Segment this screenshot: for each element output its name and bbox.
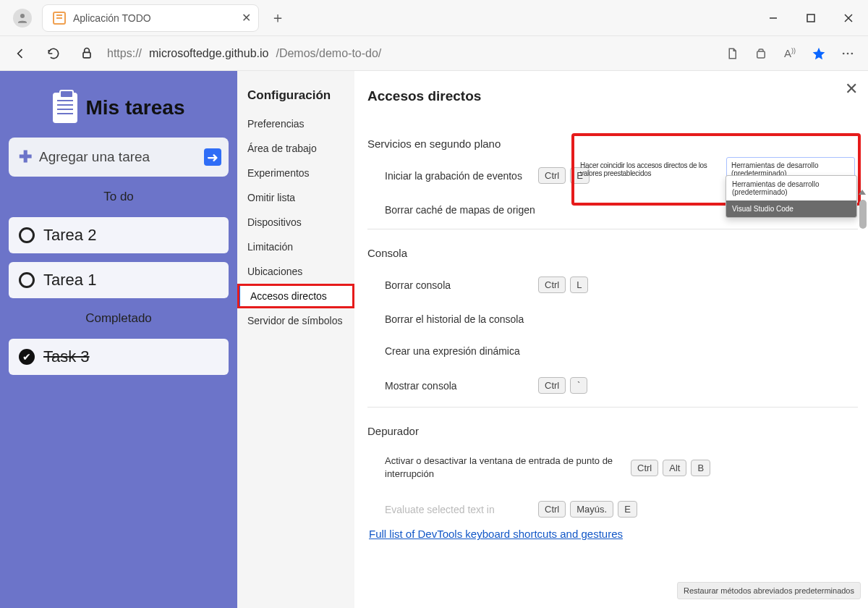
todo-header: Mis tareas xyxy=(9,80,229,129)
preset-dropdown[interactable]: Herramientas de desarrollo (predetermina… xyxy=(726,157,855,182)
key-badge: Ctrl xyxy=(631,460,658,476)
match-presets-row: Hacer coincidir los accesos directos de … xyxy=(571,133,861,206)
key-badge: Ctrl xyxy=(538,167,566,184)
task-label: Tarea 1 xyxy=(43,271,96,290)
task-label: Tarea 2 xyxy=(43,226,96,245)
read-aloud-icon[interactable]: A)) xyxy=(777,41,803,67)
todo-app-panel: Mis tareas ✚ Agregar una tarea ➜ To do T… xyxy=(0,71,237,608)
check-icon[interactable]: ✔ xyxy=(19,349,35,365)
settings-nav-item[interactable]: Servidor de símbolos xyxy=(237,308,354,333)
url-scheme: https:// xyxy=(107,47,142,60)
shortcut-row[interactable]: Crear una expresión dinámica xyxy=(367,335,858,367)
key-badge: Ctrl xyxy=(538,501,566,518)
shortcut-label: Mostrar consola xyxy=(385,380,538,392)
shortcuts-title: Accesos directos xyxy=(367,88,858,104)
shortcut-label: Borrar el historial de la consola xyxy=(385,313,538,325)
shortcut-row[interactable]: Evaluate selected text inCtrlMayús.E xyxy=(367,491,858,528)
key-badge: Ctrl xyxy=(538,377,566,394)
todo-section-label: To do xyxy=(9,185,229,208)
shortcut-group-title: Consola xyxy=(367,247,858,259)
restore-defaults-button[interactable]: Restaurar métodos abreviados predetermin… xyxy=(677,582,861,599)
url-display[interactable]: https://microsoftedge.github.io/Demos/de… xyxy=(107,47,712,60)
completed-section-label: Completado xyxy=(9,307,229,330)
settings-nav-item[interactable]: Experimentos xyxy=(237,161,354,185)
shortcut-keys: CtrlMayús.E xyxy=(538,501,637,518)
shortcut-row[interactable]: Mostrar consolaCtrl` xyxy=(367,367,858,404)
shortcut-group-title: Depurador xyxy=(367,425,858,437)
settings-nav-item[interactable]: Área de trabajo xyxy=(237,136,354,161)
shortcut-label: Activar o desactivar la ventana de entra… xyxy=(385,455,631,481)
plus-icon: ✚ xyxy=(19,148,32,166)
new-tab-button[interactable]: ＋ xyxy=(265,5,291,31)
shortcut-keys: CtrlL xyxy=(538,276,588,293)
scroll-thumb[interactable] xyxy=(859,200,867,229)
key-badge: Ctrl xyxy=(538,276,566,293)
full-list-link[interactable]: Full list of DevTools keyboard shortcuts… xyxy=(369,528,623,540)
tab-title: Aplicación TODO xyxy=(73,12,151,24)
key-badge: L xyxy=(570,276,588,293)
shortcut-label: Iniciar la grabación de eventos xyxy=(385,170,538,182)
key-badge: ` xyxy=(570,377,587,394)
url-host: microsoftedge.github.io xyxy=(149,47,268,60)
browser-titlebar: Aplicación TODO ✕ ＋ xyxy=(0,0,868,36)
shortcuts-pane: ✕ Accesos directos Hacer coincidir los a… xyxy=(354,71,868,608)
dropdown-option[interactable]: Herramientas de desarrollo (predetermina… xyxy=(726,176,856,200)
settings-nav-item[interactable]: Ubicaciones xyxy=(237,259,354,284)
radio-icon[interactable] xyxy=(19,227,35,243)
submit-task-button[interactable]: ➜ xyxy=(204,148,221,166)
svg-point-8 xyxy=(847,52,849,54)
scrollbar[interactable] xyxy=(858,152,868,594)
browser-tab[interactable]: Aplicación TODO ✕ xyxy=(42,4,259,32)
svg-rect-5 xyxy=(83,52,90,58)
browser-address-bar: https://microsoftedge.github.io/Demos/de… xyxy=(0,36,868,71)
add-task-input[interactable]: ✚ Agregar una tarea ➜ xyxy=(9,138,229,177)
task-item-done[interactable]: ✔ Task 3 xyxy=(9,339,229,375)
match-presets-label: Hacer coincidir los accesos directos de … xyxy=(580,161,720,177)
svg-point-9 xyxy=(851,52,854,54)
settings-nav: Configuración PreferenciasÁrea de trabaj… xyxy=(237,71,354,608)
shortcut-row[interactable]: Borrar el historial de la consola xyxy=(367,303,858,335)
svg-point-7 xyxy=(843,52,845,54)
window-maximize-button[interactable] xyxy=(794,4,827,33)
settings-nav-item[interactable]: Preferencias xyxy=(237,111,354,136)
task-item[interactable]: Tarea 2 xyxy=(9,217,229,253)
dropdown-option[interactable]: Visual Studio Code xyxy=(726,200,856,217)
shortcut-row[interactable]: Activar o desactivar la ventana de entra… xyxy=(367,444,858,491)
settings-title: Configuración xyxy=(237,88,354,111)
page-icon[interactable] xyxy=(719,41,745,67)
collections-icon[interactable] xyxy=(748,41,774,67)
clipboard-icon xyxy=(53,93,77,123)
key-badge: Alt xyxy=(663,460,686,476)
shortcut-row[interactable]: Borrar consolaCtrlL xyxy=(367,266,858,303)
window-minimize-button[interactable] xyxy=(757,4,790,33)
svg-point-0 xyxy=(20,14,25,18)
site-identity-button[interactable] xyxy=(74,41,100,67)
settings-nav-item[interactable]: Accesos directos xyxy=(237,284,354,308)
key-badge: E xyxy=(618,501,637,518)
shortcut-label: Evaluate selected text in xyxy=(385,504,538,515)
close-tab-button[interactable]: ✕ xyxy=(242,11,251,25)
settings-nav-item[interactable]: Omitir lista xyxy=(237,185,354,210)
window-close-button[interactable] xyxy=(832,4,865,33)
settings-nav-item[interactable]: Dispositivos xyxy=(237,210,354,235)
task-item[interactable]: Tarea 1 xyxy=(9,262,229,298)
settings-nav-item[interactable]: Limitación xyxy=(237,235,354,259)
dropdown-menu: Herramientas de desarrollo (predetermina… xyxy=(726,175,857,218)
clipboard-icon xyxy=(53,12,66,25)
radio-icon[interactable] xyxy=(19,272,35,288)
more-menu-button[interactable] xyxy=(835,41,861,67)
profile-avatar[interactable] xyxy=(13,9,32,28)
shortcut-keys: CtrlAltB xyxy=(631,460,710,476)
url-path: /Demos/demo-to-do/ xyxy=(276,47,381,60)
favorite-star-icon[interactable] xyxy=(806,41,832,67)
shortcut-label: Crear una expresión dinámica xyxy=(385,345,538,357)
shortcut-label: Borrar consola xyxy=(385,279,538,291)
close-settings-button[interactable]: ✕ xyxy=(845,80,858,98)
task-label: Task 3 xyxy=(43,347,90,366)
back-button[interactable] xyxy=(7,41,33,67)
todo-title: Mis tareas xyxy=(86,96,185,119)
scroll-up-icon[interactable] xyxy=(859,190,866,195)
refresh-button[interactable] xyxy=(41,41,67,67)
add-task-placeholder: Agregar una tarea xyxy=(39,149,150,165)
shortcut-keys: Ctrl` xyxy=(538,377,587,394)
